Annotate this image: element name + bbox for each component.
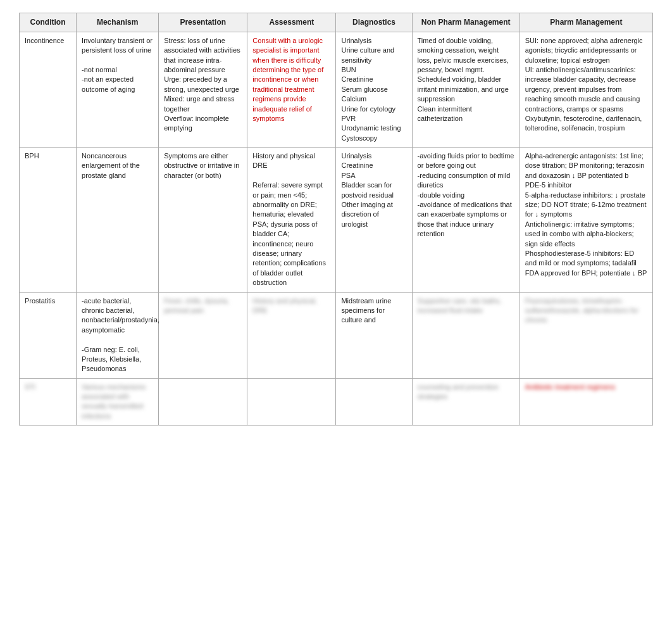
cell-pharm: Fluoroquinolones, trimethoprim-sulfameth… (520, 292, 652, 378)
header-presentation: Presentation (159, 13, 247, 32)
cell-pharm: Alpha-adrenergic antagonists: 1st line; … (520, 148, 652, 292)
cell-pharm: SUI: none approved; alpha adrenergic ago… (520, 32, 652, 147)
cell-nonpharm: Supportive care, sitz baths, increased f… (412, 292, 520, 378)
medical-table: Condition Mechanism Presentation Assessm… (19, 13, 653, 426)
cell-assessment: Consult with a urologic specialist is im… (247, 32, 336, 147)
header-condition: Condition (20, 13, 77, 32)
cell-mechanism: Involuntary transient or persistent loss… (77, 32, 159, 147)
table-row: Prostatitis-acute bacterial, chronic bac… (20, 292, 653, 378)
cell-presentation: Fever, chills, dysuria, perineal pain (159, 292, 247, 378)
table-row: IncontinenceInvoluntary transient or per… (20, 32, 653, 147)
cell-diagnostics (336, 378, 412, 426)
header-diagnostics: Diagnostics (336, 13, 412, 32)
cell-diagnostics: Midstream urine specimens for culture an… (336, 292, 412, 378)
cell-condition: Prostatitis (20, 292, 77, 378)
header-pharm: Pharm Management (520, 13, 652, 32)
cell-condition: STI (20, 378, 77, 426)
cell-condition: Incontinence (20, 32, 77, 147)
cell-diagnostics: UrinalysisCreatininePSABladder scan for … (336, 148, 412, 292)
cell-diagnostics: UrinalysisUrine culture and sensitivityB… (336, 32, 412, 147)
cell-nonpharm: -avoiding fluids prior to bedtime or bef… (412, 148, 520, 292)
cell-nonpharm: counseling and prevention strategies (412, 378, 520, 426)
cell-mechanism: Noncancerous enlargement of the prostate… (77, 148, 159, 292)
header-row: Condition Mechanism Presentation Assessm… (20, 13, 653, 32)
cell-mechanism: Various mechanisms associated with sexua… (77, 378, 159, 426)
cell-condition: BPH (20, 148, 77, 292)
header-nonpharm: Non Pharm Management (412, 13, 520, 32)
cell-assessment: History and physicalDREReferral: severe … (247, 148, 336, 292)
header-assessment: Assessment (247, 13, 336, 32)
header-mechanism: Mechanism (77, 13, 159, 32)
table-row: STIVarious mechanisms associated with se… (20, 378, 653, 426)
cell-assessment (247, 378, 336, 426)
cell-mechanism: -acute bacterial, chronic bacterial, non… (77, 292, 159, 378)
cell-assessment: History and physical, DRE (247, 292, 336, 378)
cell-presentation: Symptoms are either obstructive or irrit… (159, 148, 247, 292)
cell-presentation (159, 378, 247, 426)
page: Condition Mechanism Presentation Assessm… (0, 0, 672, 438)
cell-pharm: Antibiotic treatment regimens (520, 378, 652, 426)
cell-presentation: Stress: loss of urine associated with ac… (159, 32, 247, 147)
table-row: BPHNoncancerous enlargement of the prost… (20, 148, 653, 292)
cell-nonpharm: Timed of double voiding, smoking cessati… (412, 32, 520, 147)
